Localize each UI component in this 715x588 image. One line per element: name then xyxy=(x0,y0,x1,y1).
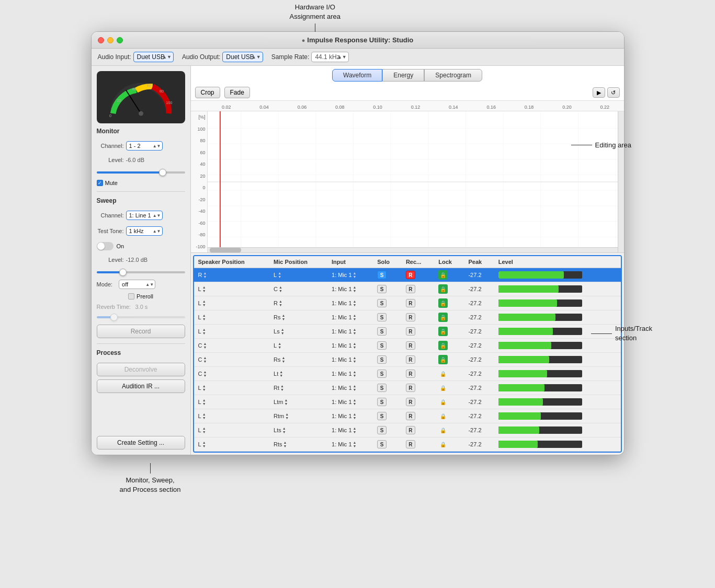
table-row[interactable]: L ▲▼ Rtm ▲▼ 1: Mic 1 ▲▼ SR🔒-27.2 xyxy=(194,409,621,423)
lock-icon-9[interactable]: 🔒 xyxy=(438,397,448,407)
rec-button-7[interactable]: R xyxy=(406,370,415,378)
input-select-7[interactable]: 1: Mic 1 ▲▼ xyxy=(332,370,369,377)
lock-icon-11[interactable]: 🔒 xyxy=(438,425,448,435)
mic-select-5[interactable]: L ▲▼ xyxy=(274,342,323,349)
speaker-chevron-3[interactable]: ▲▼ xyxy=(202,314,206,321)
mic-select-11[interactable]: Lts ▲▼ xyxy=(274,426,323,434)
input-chevron-9[interactable]: ▲▼ xyxy=(353,398,357,406)
mic-select-0[interactable]: L ▲▼ xyxy=(274,271,323,279)
minimize-button[interactable] xyxy=(107,37,114,43)
reverb-time-thumb[interactable] xyxy=(110,314,118,321)
speaker-chevron-8[interactable]: ▲▼ xyxy=(202,384,206,391)
lock-icon-8[interactable]: 🔒 xyxy=(438,383,448,393)
table-row[interactable]: L ▲▼ Ltm ▲▼ 1: Mic 1 ▲▼ SR🔒-27.2 xyxy=(194,395,621,409)
input-chevron-0[interactable]: ▲▼ xyxy=(353,271,357,279)
rec-button-10[interactable]: R xyxy=(406,412,415,420)
speaker-select-1[interactable]: L ▲▼ xyxy=(198,285,266,293)
table-row[interactable]: L ▲▼ Rs ▲▼ 1: Mic 1 ▲▼ SR🔒-27.2 xyxy=(194,310,621,325)
fade-button[interactable]: Fade xyxy=(224,87,250,98)
input-select-9[interactable]: 1: Mic 1 ▲▼ xyxy=(332,398,369,406)
input-chevron-6[interactable]: ▲▼ xyxy=(353,356,357,363)
mic-select-7[interactable]: Lt ▲▼ xyxy=(274,370,323,377)
speaker-chevron-11[interactable]: ▲▼ xyxy=(202,426,206,434)
tab-waveform[interactable]: Waveform xyxy=(332,69,382,82)
mic-chevron-8[interactable]: ▲▼ xyxy=(280,384,284,391)
input-chevron-8[interactable]: ▲▼ xyxy=(353,384,357,391)
table-row[interactable]: L ▲▼ Lts ▲▼ 1: Mic 1 ▲▼ SR🔒-27.2 xyxy=(194,423,621,437)
speaker-select-9[interactable]: L ▲▼ xyxy=(198,398,266,406)
speaker-chevron-9[interactable]: ▲▼ xyxy=(202,398,206,406)
close-button[interactable] xyxy=(98,37,104,43)
rec-button-6[interactable]: R xyxy=(406,355,415,364)
lock-icon-12[interactable]: 🔒 xyxy=(438,440,448,449)
mic-chevron-7[interactable]: ▲▼ xyxy=(279,370,283,377)
solo-button-10[interactable]: S xyxy=(377,412,387,420)
sweep-on-toggle[interactable] xyxy=(97,242,114,250)
solo-button-6[interactable]: S xyxy=(377,355,387,364)
rec-button-3[interactable]: R xyxy=(406,313,415,321)
speaker-chevron-0[interactable]: ▲▼ xyxy=(203,271,207,279)
input-select-5[interactable]: 1: Mic 1 ▲▼ xyxy=(332,342,369,349)
speaker-chevron-10[interactable]: ▲▼ xyxy=(202,412,206,420)
test-tone-select[interactable]: 1 kHz ▲▼ xyxy=(126,226,163,236)
play-button[interactable]: ▶ xyxy=(593,87,605,98)
mic-chevron-10[interactable]: ▲▼ xyxy=(285,412,289,420)
lock-icon-3[interactable]: 🔒 xyxy=(438,313,448,322)
solo-button-3[interactable]: S xyxy=(377,313,387,321)
deconvolve-button[interactable]: Deconvolve xyxy=(97,363,185,376)
table-row[interactable]: L ▲▼ Rt ▲▼ 1: Mic 1 ▲▼ SR🔒-27.2 xyxy=(194,381,621,395)
speaker-select-2[interactable]: L ▲▼ xyxy=(198,299,266,307)
table-row[interactable]: C ▲▼ L ▲▼ 1: Mic 1 ▲▼ SR🔒-27.2 xyxy=(194,339,621,353)
input-chevron-3[interactable]: ▲▼ xyxy=(353,314,357,321)
speaker-select-12[interactable]: L ▲▼ xyxy=(198,441,266,448)
speaker-chevron-2[interactable]: ▲▼ xyxy=(202,299,206,307)
reverb-time-slider[interactable] xyxy=(97,316,185,318)
mic-chevron-4[interactable]: ▲▼ xyxy=(281,328,285,335)
speaker-select-8[interactable]: L ▲▼ xyxy=(198,384,266,391)
table-row[interactable]: L ▲▼ Ls ▲▼ 1: Mic 1 ▲▼ SR🔒-27.2 xyxy=(194,325,621,339)
solo-button-8[interactable]: S xyxy=(377,384,387,392)
waveform-vertical-scrollbar[interactable] xyxy=(618,111,624,252)
input-select-4[interactable]: 1: Mic 1 ▲▼ xyxy=(332,328,369,335)
input-select-0[interactable]: 1: Mic 1 ▲▼ xyxy=(332,271,369,279)
mic-select-12[interactable]: Rts ▲▼ xyxy=(274,441,323,448)
solo-button-4[interactable]: S xyxy=(377,327,387,336)
solo-button-2[interactable]: S xyxy=(377,299,387,307)
rec-button-5[interactable]: R xyxy=(406,341,415,350)
input-select-11[interactable]: 1: Mic 1 ▲▼ xyxy=(332,426,369,434)
audition-ir-button[interactable]: Audition IR ... xyxy=(97,379,185,393)
sweep-channel-select[interactable]: 1: Line 1 ▲▼ xyxy=(126,211,163,220)
lock-icon-0[interactable]: 🔒 xyxy=(438,270,448,280)
input-chevron-1[interactable]: ▲▼ xyxy=(353,285,357,293)
table-row[interactable]: L ▲▼ Rts ▲▼ 1: Mic 1 ▲▼ SR🔒-27.2 xyxy=(194,437,621,452)
sweep-level-thumb[interactable] xyxy=(119,269,127,276)
mode-select[interactable]: off ▲▼ xyxy=(119,280,155,289)
speaker-select-6[interactable]: C ▲▼ xyxy=(198,356,266,363)
speaker-select-3[interactable]: L ▲▼ xyxy=(198,314,266,321)
monitor-level-slider[interactable] xyxy=(97,171,185,174)
speaker-chevron-7[interactable]: ▲▼ xyxy=(203,370,207,377)
record-button[interactable]: Record xyxy=(97,325,185,338)
speaker-chevron-6[interactable]: ▲▼ xyxy=(203,356,207,363)
solo-button-12[interactable]: S xyxy=(377,440,387,448)
mic-chevron-11[interactable]: ▲▼ xyxy=(282,426,286,434)
waveform-scrollbar-thumb[interactable] xyxy=(210,248,241,252)
input-chevron-5[interactable]: ▲▼ xyxy=(353,342,357,349)
speaker-select-4[interactable]: L ▲▼ xyxy=(198,328,266,335)
tab-energy[interactable]: Energy xyxy=(382,69,424,82)
rec-button-8[interactable]: R xyxy=(406,384,415,392)
speaker-select-11[interactable]: L ▲▼ xyxy=(198,426,266,434)
table-row[interactable]: C ▲▼ Lt ▲▼ 1: Mic 1 ▲▼ SR🔒-27.2 xyxy=(194,367,621,381)
preroll-checkbox[interactable] xyxy=(128,293,134,299)
mic-select-2[interactable]: R ▲▼ xyxy=(274,299,323,307)
solo-button-7[interactable]: S xyxy=(377,370,387,378)
speaker-select-10[interactable]: L ▲▼ xyxy=(198,412,266,420)
solo-button-1[interactable]: S xyxy=(377,285,387,293)
input-select-2[interactable]: 1: Mic 1 ▲▼ xyxy=(332,299,369,307)
rec-button-12[interactable]: R xyxy=(406,440,415,448)
input-chevron-7[interactable]: ▲▼ xyxy=(353,370,357,377)
mic-chevron-0[interactable]: ▲▼ xyxy=(278,271,281,279)
mic-select-4[interactable]: Ls ▲▼ xyxy=(274,328,323,335)
input-chevron-4[interactable]: ▲▼ xyxy=(353,328,357,335)
rec-button-4[interactable]: R xyxy=(406,327,415,336)
